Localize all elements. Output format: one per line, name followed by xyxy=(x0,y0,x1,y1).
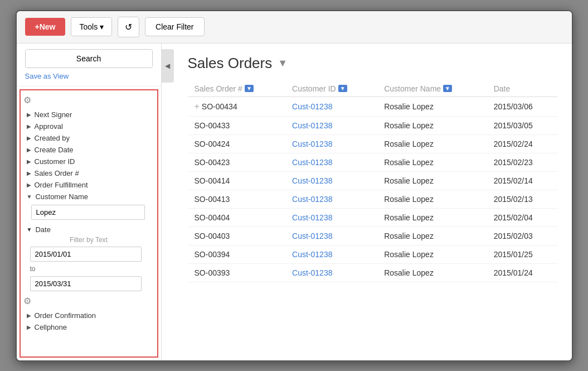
col-filter-icon-order[interactable]: ▼ xyxy=(245,85,254,92)
customer-name-cell: Rosalie Lopez xyxy=(377,227,487,245)
col-label: Customer ID xyxy=(292,84,336,93)
col-label: Sales Order # xyxy=(195,84,242,93)
table-row: +SO-00434 Cust-01238 Rosalie Lopez 2015/… xyxy=(188,97,558,116)
date-cell: 2015/02/04 xyxy=(487,208,558,227)
customer-name-cell: Rosalie Lopez xyxy=(377,245,487,263)
customer-name-cell: Rosalie Lopez xyxy=(377,116,487,134)
date-cell: 2015/02/03 xyxy=(487,227,558,245)
date-filter-header[interactable]: ▼ Date xyxy=(27,225,151,234)
tools-button[interactable]: Tools ▾ xyxy=(71,17,112,36)
table-row: SO-00394 Cust-01238 Rosalie Lopez 2015/0… xyxy=(188,245,558,263)
date-cell: 2015/02/23 xyxy=(487,153,558,171)
order-num-cell: SO-00393 xyxy=(188,263,286,282)
arrow-icon: ▶ xyxy=(27,135,31,141)
search-button[interactable]: Search xyxy=(25,49,153,68)
customer-id-cell[interactable]: Cust-01238 xyxy=(285,208,377,227)
filter-item-customer-id[interactable]: ▶ Customer ID xyxy=(23,156,154,167)
filter-item-label: Customer Name xyxy=(35,192,88,201)
customer-name-cell: Rosalie Lopez xyxy=(377,97,487,116)
filter-item-customer-name[interactable]: ▼ Customer Name xyxy=(23,191,154,203)
gear-icon-top[interactable]: ⚙ xyxy=(23,95,154,105)
table-body: +SO-00434 Cust-01238 Rosalie Lopez 2015/… xyxy=(188,97,558,282)
date-cell: 2015/01/24 xyxy=(487,263,558,282)
filter-item-order-confirmation[interactable]: ▶ Order Confirmation xyxy=(23,310,154,321)
customer-id-cell[interactable]: Cust-01238 xyxy=(285,97,377,116)
customer-name-input-wrapper xyxy=(31,205,151,220)
filter-item-label: Approval xyxy=(35,122,63,131)
customer-id-cell[interactable]: Cust-01238 xyxy=(285,153,377,171)
sidebar-top: Search Save as View xyxy=(17,44,161,86)
date-cell: 2015/02/24 xyxy=(487,134,558,153)
customer-name-cell: Rosalie Lopez xyxy=(377,208,487,227)
customer-name-input[interactable] xyxy=(31,205,145,220)
filter-active-icon: ▼ xyxy=(278,57,288,69)
order-num-cell: SO-00404 xyxy=(188,208,286,227)
customer-id-cell[interactable]: Cust-01238 xyxy=(285,171,377,190)
customer-name-cell: Rosalie Lopez xyxy=(377,153,487,171)
filter-item-label: Order Fulfillment xyxy=(35,181,88,189)
date-from-row xyxy=(30,247,148,262)
filter-item-approval[interactable]: ▶ Approval xyxy=(23,121,154,132)
filter-item-label: Cellphone xyxy=(35,323,67,331)
table-row: SO-00404 Cust-01238 Rosalie Lopez 2015/0… xyxy=(188,208,558,227)
filter-item-create-date[interactable]: ▶ Create Date xyxy=(23,144,154,156)
arrow-icon-down: ▼ xyxy=(27,194,32,200)
order-num-cell: SO-00414 xyxy=(188,171,286,190)
arrow-icon: ▶ xyxy=(27,324,31,330)
filter-item-label: Create Date xyxy=(35,146,74,154)
sidebar: Search Save as View ⚙ ▶ Next Signer ▶ Ap… xyxy=(17,44,162,360)
arrow-icon: ▶ xyxy=(27,312,31,319)
customer-id-cell[interactable]: Cust-01238 xyxy=(285,227,377,245)
filter-item-created-by[interactable]: ▶ Created by xyxy=(23,132,154,144)
customer-id-cell[interactable]: Cust-01238 xyxy=(285,134,377,153)
order-num-cell: SO-00403 xyxy=(188,227,286,245)
table-row: SO-00403 Cust-01238 Rosalie Lopez 2015/0… xyxy=(188,227,558,245)
col-header-customer-name: Customer Name ▼ xyxy=(377,81,487,97)
app-container: +New Tools ▾ ↺ Clear Filter Search Save … xyxy=(16,10,573,362)
content-area: Sales Orders ▼ Sales Order # ▼ xyxy=(174,44,572,360)
filter-item-next-signer[interactable]: ▶ Next Signer xyxy=(23,109,154,121)
col-header-customer-id: Customer ID ▼ xyxy=(285,81,377,97)
col-filter-icon-custname[interactable]: ▼ xyxy=(443,85,452,92)
arrow-icon: ▶ xyxy=(27,170,31,176)
gear-icon-bottom[interactable]: ⚙ xyxy=(23,296,154,306)
filter-item-label: Next Signer xyxy=(35,110,72,119)
add-row-icon[interactable]: + xyxy=(195,102,202,111)
date-filter-label: Date xyxy=(35,225,50,234)
toolbar: +New Tools ▾ ↺ Clear Filter xyxy=(17,11,572,44)
filter-item-label: Customer ID xyxy=(35,157,75,166)
customer-id-cell[interactable]: Cust-01238 xyxy=(285,116,377,134)
col-header-date: Date xyxy=(487,81,558,97)
customer-name-cell: Rosalie Lopez xyxy=(377,263,487,282)
filter-item-sales-order[interactable]: ▶ Sales Order # xyxy=(23,167,154,179)
customer-name-cell: Rosalie Lopez xyxy=(377,190,487,208)
main-content: Search Save as View ⚙ ▶ Next Signer ▶ Ap… xyxy=(17,44,572,360)
order-num-cell: SO-00424 xyxy=(188,134,286,153)
save-as-view-link[interactable]: Save as View xyxy=(25,72,69,80)
col-filter-icon-custid[interactable]: ▼ xyxy=(338,85,347,92)
filter-item-order-fulfillment[interactable]: ▶ Order Fulfillment xyxy=(23,179,154,191)
page-title-row: Sales Orders ▼ xyxy=(188,55,558,72)
filter-item-cellphone[interactable]: ▶ Cellphone xyxy=(23,321,154,333)
order-num-cell: SO-00413 xyxy=(188,190,286,208)
date-cell: 2015/02/13 xyxy=(487,190,558,208)
sidebar-collapse-button[interactable]: ◀ xyxy=(162,49,174,83)
customer-id-cell[interactable]: Cust-01238 xyxy=(285,263,377,282)
arrow-icon: ▶ xyxy=(27,158,31,165)
sales-orders-table: Sales Order # ▼ Customer ID ▼ xyxy=(188,81,558,282)
table-row: SO-00433 Cust-01238 Rosalie Lopez 2015/0… xyxy=(188,116,558,134)
refresh-button[interactable]: ↺ xyxy=(118,17,139,37)
new-button[interactable]: +New xyxy=(25,18,66,36)
table-row: SO-00423 Cust-01238 Rosalie Lopez 2015/0… xyxy=(188,153,558,171)
filter-item-label: Sales Order # xyxy=(35,169,79,177)
date-cell: 2015/03/05 xyxy=(487,116,558,134)
page-title: Sales Orders xyxy=(188,55,273,72)
customer-name-cell: Rosalie Lopez xyxy=(377,134,487,153)
date-from-input[interactable] xyxy=(30,247,142,262)
order-num-cell: SO-00423 xyxy=(188,153,286,171)
date-to-input[interactable] xyxy=(30,276,142,291)
customer-id-cell[interactable]: Cust-01238 xyxy=(285,190,377,208)
customer-id-cell[interactable]: Cust-01238 xyxy=(285,245,377,263)
table-row: SO-00424 Cust-01238 Rosalie Lopez 2015/0… xyxy=(188,134,558,153)
clear-filter-button[interactable]: Clear Filter xyxy=(145,17,204,36)
